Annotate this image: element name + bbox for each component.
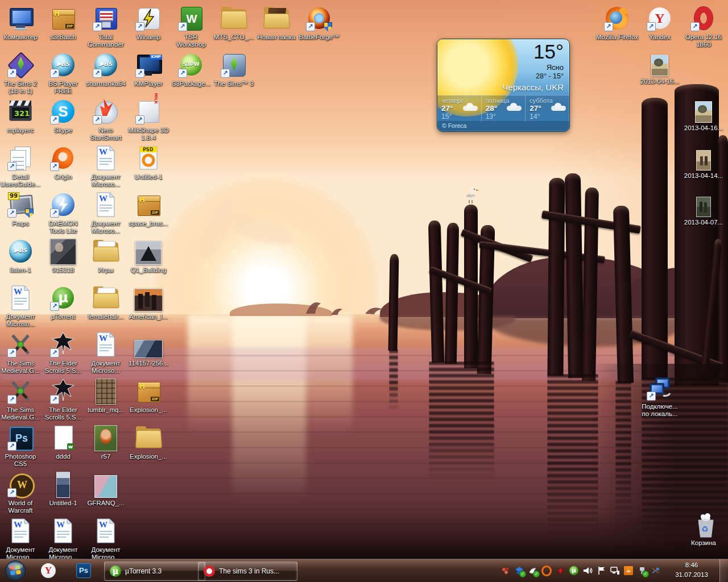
pinned-photoshop[interactable]: Ps	[74, 562, 93, 579]
space-brus-icon: HZIP	[135, 191, 162, 218]
tray-clock[interactable]: 8:46 31.07.2013	[665, 560, 718, 580]
shortcut-arrow-overlay: ↗	[135, 22, 144, 31]
desktop-icon-photo-2013-04-16-a[interactable]: 2013-04-16...	[638, 49, 681, 85]
desktop-icon-the-sims-3[interactable]: ↗The Sims™ 3	[212, 51, 255, 88]
desktop-icon-label: Mozilla Firefox	[595, 34, 639, 41]
desktop-icon-word-doc-3[interactable]: WДокумент Microso...	[0, 284, 42, 328]
desktop-icon-milkshape[interactable]: MILK↗MilkShape 3D 1.8.4	[127, 98, 170, 142]
desktop-icon-photo-2013-04-14[interactable]: 2013-04-14...	[682, 143, 725, 180]
desktop-icon-opera[interactable]: ↗Opera 12.16 1860	[682, 5, 725, 48]
desktop-icon-tumblr-mq[interactable]: tumblr_mq...	[84, 377, 127, 414]
desktop-icon-label: American_I...	[127, 313, 170, 321]
desktop-icon-word-doc-1[interactable]: WДокумент Microso...	[84, 144, 127, 188]
desktop-icon-american-i[interactable]: American_I...	[127, 284, 170, 321]
red-bird-icon[interactable]	[555, 566, 565, 576]
show-desktop-button[interactable]	[719, 559, 728, 582]
svg-text:W: W	[99, 334, 107, 343]
desktop-icon-word-doc-2[interactable]: WДокумент Microso...	[84, 191, 127, 235]
untitled-1-psd-icon: PSD	[135, 144, 162, 172]
recycle-bin-icon: ♻	[690, 510, 717, 538]
desktop-icon-114157-256[interactable]: 114157-256...	[127, 331, 170, 367]
desktop-icon-daemon-tools-lite[interactable]: ↗DAEMON Tools Lite	[42, 191, 85, 235]
desktop-icon-word-doc-7[interactable]: WДокумент Microso...	[84, 517, 127, 561]
taskbar-button-opera-sims-window[interactable]: The sims 3 in Rus...	[198, 562, 297, 581]
switcher-arrows-icon[interactable]	[651, 566, 661, 576]
desktop-icon-origin[interactable]: ↗Origin	[42, 144, 85, 181]
desktop-icon-yandex[interactable]: Y↗Yandex	[638, 5, 681, 41]
origin-tray-icon[interactable]	[541, 566, 552, 576]
desktop-icon-nero-startsmart[interactable]: ↗Nero StartSmart	[84, 98, 127, 142]
desktop-icon-kmplayer[interactable]: KMP↗KMPlayer	[127, 51, 170, 88]
listen-1-icon: ▶BS	[7, 238, 34, 265]
sims-medieval-1-icon: ↗	[7, 331, 34, 358]
desktop-icon-new-folder[interactable]: Новая папка	[255, 5, 298, 41]
gfranq-icon	[92, 471, 119, 498]
desktop-icon-915318[interactable]: 915318	[42, 238, 85, 274]
volume-icon[interactable]	[582, 566, 593, 576]
desktop-icon-label: TSR Workshop	[169, 34, 213, 48]
action-center-flag-icon[interactable]	[596, 566, 606, 576]
desktop-icon-skype[interactable]: S↗Skype	[42, 98, 85, 134]
desktop-icon-battleforge[interactable]: ↗BattleForge™	[297, 5, 341, 41]
safely-remove-usb-icon[interactable]: ✓	[637, 566, 647, 576]
weather-gadget[interactable]: 15° Ясно 28° - 15° Черкассы, UKR четверг…	[437, 39, 570, 132]
desktop-icon-r57[interactable]: r57	[84, 424, 127, 460]
desktop-icon-word-doc-5[interactable]: WДокумент Microso...	[0, 517, 42, 561]
desktop-icon-femalehair-folder[interactable]: femalehair...	[84, 284, 127, 321]
desktop-icon-explosion-folder[interactable]: Explosion_...	[127, 424, 170, 460]
opera-icon: ↗	[690, 5, 717, 32]
desktop-icon-elder-scrolls-2[interactable]: ↗The Elder Scrolls 5.S...	[42, 377, 85, 421]
desktop-icon-mozilla-firefox[interactable]: ↗Mozilla Firefox	[595, 5, 639, 41]
desktop-icon-computer[interactable]: Компьютер	[0, 5, 42, 41]
desktop-icon-untitled-1-img[interactable]: Untitled-1	[42, 471, 85, 507]
desktop-icon-s3package[interactable]: S3PW↗S3Package...	[169, 51, 213, 88]
desktop-icon-word-doc-4[interactable]: WДокумент Microso...	[84, 331, 127, 375]
dropbox-icon[interactable]: ✓	[514, 566, 524, 576]
desktop-icon-listen-1[interactable]: ▶BSlisten-1	[0, 238, 42, 274]
utorrent-tray-icon[interactable]: µ	[569, 566, 579, 576]
desktop-icon-photo-2013-04-07[interactable]: 2013-04-07...	[682, 190, 725, 226]
desktop-icon-bsplayer-free[interactable]: ▶BS↗BS.Player FREE	[42, 51, 85, 95]
desktop-icon-gfranq[interactable]: GFRANQ_...	[84, 471, 127, 507]
detail-usersguide-icon: ↗	[7, 144, 34, 172]
desktop-icon-sharmanka64[interactable]: ▶BS↗sharmanka64	[84, 51, 127, 88]
desktop-icon-explosion-zip[interactable]: HZIPExplosion_...	[127, 377, 170, 414]
desktop-icon-elder-scrolls-1[interactable]: ↗The Elder Scrolls 5.S...	[42, 331, 85, 375]
desktop-icon-winamp[interactable]: ↗Winamp	[127, 5, 170, 41]
desktop-icon-photo-2013-04-16-b[interactable]: 2013-04-16...	[682, 95, 725, 132]
pinned-yandex-browser[interactable]: Y	[39, 562, 58, 579]
desktop-icon-utorrent[interactable]: µ↗µTorrent	[42, 284, 85, 321]
network-tray-icon[interactable]	[610, 566, 620, 576]
app-red-icon[interactable]	[500, 566, 511, 576]
desktop-icon-s3rbatch[interactable]: HZIPs3rBatch	[42, 5, 85, 41]
taskbar-button-utorrent-window[interactable]: µµTorrent 3.3	[104, 562, 205, 581]
desktop-icon-the-sims-2[interactable]: ↗The Sims 2 (18 in 1)	[0, 51, 42, 95]
java-icon[interactable]: ☕	[623, 566, 634, 576]
desktop-icon-dddd[interactable]: wdddd	[42, 424, 85, 460]
sharmanka64-icon: ▶BS↗	[92, 51, 119, 78]
desktop-icon-word-doc-6[interactable]: WДокумент Microso...	[42, 517, 85, 561]
utorrent-icon: µ	[110, 566, 121, 577]
desktop-icon-fraps[interactable]: 99↗Fraps	[0, 191, 42, 227]
desktop-icon-mts-ctu-folder[interactable]: MTS_CTU_...	[212, 5, 255, 41]
desktop-icon-label: 2013-04-07...	[682, 219, 725, 226]
desktop-icon-tsr-workshop[interactable]: W↗TSR Workshop	[169, 5, 213, 48]
desktop-icon-untitled-1-psd[interactable]: PSDUntitled-1	[127, 144, 170, 181]
desktop-icon-q1-building[interactable]: Q1_Building	[127, 238, 170, 274]
start-button[interactable]	[5, 560, 26, 581]
desktop-icon-sims-medieval-1[interactable]: ↗The Sims Medieval.G...	[0, 331, 42, 375]
desktop-icon-sims-medieval-2[interactable]: ↗The Sims Medieval.G...	[0, 377, 42, 421]
desktop-icon-mplayerc[interactable]: 321mplayerc	[0, 98, 42, 134]
forecast-day-name: суббота	[530, 97, 569, 104]
desktop-icon-recycle-bin[interactable]: ♻Корзина	[682, 510, 725, 547]
desktop-icon-total-commander[interactable]: ↗Total Commander	[84, 5, 127, 48]
antivirus-check-icon[interactable]: ✓	[528, 566, 538, 576]
desktop-icon-world-of-warcraft[interactable]: W↗World of Warcraft	[0, 471, 42, 514]
desktop-icon-lan-connection[interactable]: ↗Подключе... по локаль...	[638, 374, 681, 418]
photo-2013-04-14-icon	[690, 143, 717, 171]
desktop-icon-games-folder[interactable]: Игры	[84, 238, 127, 274]
desktop-icon-photoshop-cs5[interactable]: Ps↗Photoshop CS5	[0, 424, 42, 468]
desktop-icon-space-brus[interactable]: HZIPspace_brus...	[127, 191, 170, 227]
desktop-icon-detail-usersguide[interactable]: ↗Detail UsersGuide...	[0, 144, 42, 188]
photo-2013-04-16-a-icon	[646, 49, 673, 76]
